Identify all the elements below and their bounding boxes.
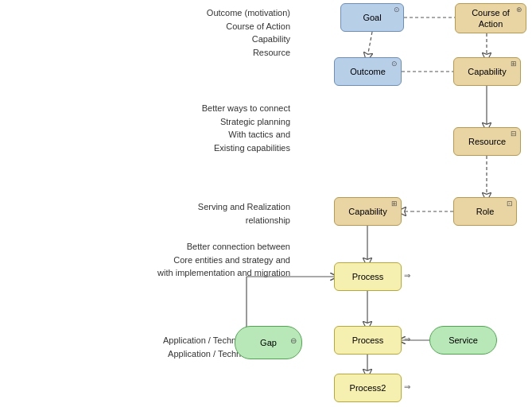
node-gap[interactable]: Gap ⊖ [235,326,302,359]
role-icon: ⊡ [507,200,513,207]
node-gap-label: Gap [260,338,277,347]
node-service-label: Service [449,335,478,345]
node-resource-label: Resource [468,137,506,146]
label-existing: Existing capabilities [4,141,290,155]
course-action-icon: ⊛ [516,6,522,15]
node-process2-label: Process2 [350,383,386,393]
node-outcome[interactable]: Outcome ⊙ [334,57,402,86]
label-course-action: Course of Action [4,20,290,33]
node-role[interactable]: Role ⊡ [453,197,517,226]
node-service[interactable]: Service [429,326,497,355]
node-capability-mid-label: Capability [348,207,386,216]
node-capability-top-label: Capability [468,67,506,76]
label-group-1: Outcome (motivation) Course of Action Ca… [4,6,290,59]
label-better-connection: Better connection between [4,240,290,254]
node-process-mid[interactable]: Process ⇒ [334,326,402,355]
label-core-entities: Core entities and strategy and [4,254,290,267]
label-capability: Capability [4,33,290,46]
outcome-icon: ⊙ [391,60,398,68]
node-process-top-label: Process [352,272,384,281]
label-with-tactics: With tactics and [4,128,290,141]
node-goal[interactable]: Goal ⊙ [340,3,404,32]
label-implementation: with implementation and migration [4,266,290,280]
label-serving: Serving and Realization [4,200,290,214]
label-relationship: relationship [4,214,290,227]
label-outcome-motivation: Outcome (motivation) [4,6,290,20]
capability-top-icon: ⊞ [511,60,517,68]
node-outcome-label: Outcome [350,67,386,76]
resource-icon: ⊟ [511,130,517,138]
goal-icon: ⊙ [394,6,400,14]
label-group-4: Better connection between Core entities … [4,240,290,280]
label-resource: Resource [4,46,290,60]
svg-line-2 [367,32,372,57]
label-group-2: Better ways to connect Strategic plannin… [4,102,290,154]
node-course-action-label: Course ofAction [472,7,510,30]
node-role-label: Role [476,207,495,216]
diagram-container: Outcome (motivation) Course of Action Ca… [0,0,532,407]
label-better-ways: Better ways to connect [4,102,290,115]
capability-mid-icon: ⊞ [391,200,398,207]
node-course-action[interactable]: Course ofAction ⊛ [455,3,526,33]
process-top-arrow-icon: ⇒ [404,271,410,280]
node-goal-label: Goal [363,13,381,22]
node-process2[interactable]: Process2 ⇒ [334,374,402,402]
label-strategic: Strategic planning [4,115,290,129]
process2-arrow-icon: ⇒ [404,382,410,391]
gap-icon: ⊖ [290,336,297,345]
node-process-top[interactable]: Process ⇒ [334,262,402,291]
label-group-3: Serving and Realization relationship [4,200,290,227]
node-process-mid-label: Process [352,335,384,345]
node-resource[interactable]: Resource ⊟ [453,127,521,156]
node-capability-mid[interactable]: Capability ⊞ [334,197,402,226]
node-capability-top[interactable]: Capability ⊞ [453,57,521,86]
process-mid-arrow-icon: ⇒ [404,335,410,343]
